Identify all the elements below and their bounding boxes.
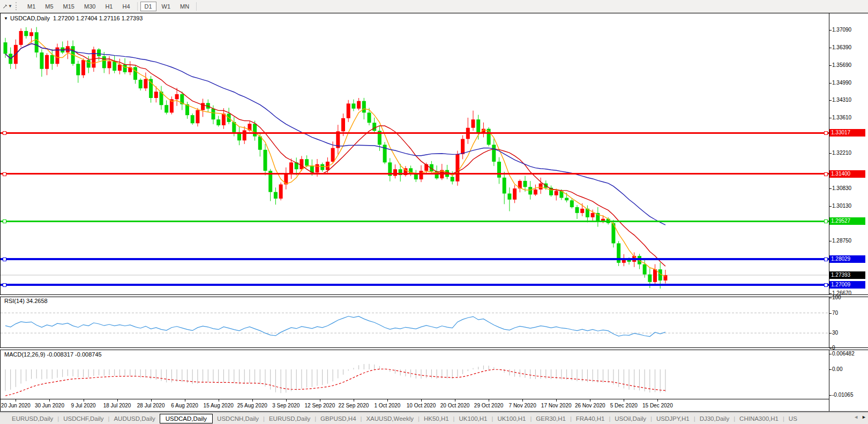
chart-tab-xauusd[interactable]: XAUUSD,Weekly — [362, 414, 418, 423]
rsi-axis-label: 100 — [832, 294, 841, 300]
date-axis-tick — [16, 399, 16, 402]
triangle-down-icon[interactable]: ▼ — [4, 16, 8, 21]
tab-scroll-right-icon[interactable]: ► — [862, 414, 866, 420]
price-level-line[interactable] — [1, 173, 829, 175]
chart-tab-usdcnh[interactable]: USDCNH,Daily — [213, 414, 263, 423]
date-axis-tick — [219, 399, 219, 402]
line-handle[interactable] — [3, 131, 6, 135]
tf-button-m15[interactable]: M15 — [59, 2, 79, 11]
chart-tab-uk100[interactable]: UK100,H1 — [454, 414, 491, 423]
macd-axis-label: 0.00 — [832, 366, 842, 372]
line-handle[interactable] — [824, 283, 828, 287]
chart-symbol: USDCAD,Daily — [10, 15, 50, 21]
price-level-line[interactable] — [1, 284, 829, 286]
price-axis-tick — [829, 118, 832, 118]
tf-button-d1[interactable]: D1 — [140, 2, 156, 11]
chart-tab-hk50[interactable]: HK50,H1 — [420, 414, 453, 423]
line-handle[interactable] — [3, 258, 6, 261]
line-handle[interactable] — [824, 131, 828, 135]
line-handle[interactable] — [3, 219, 6, 223]
tab-scroll-left-icon[interactable]: ◄ — [854, 414, 858, 420]
price-axis-tick — [829, 153, 832, 154]
chart-tab-china300[interactable]: CHINA300,H1 — [735, 414, 783, 423]
date-axis-tick — [421, 399, 422, 402]
tf-button-w1[interactable]: W1 — [158, 2, 175, 11]
rsi-axis-label: 70 — [832, 310, 838, 316]
price-axis-label: 1.37090 — [832, 27, 851, 33]
chart-tab-gbpusd[interactable]: GBPUSD,H4 — [316, 414, 360, 423]
price-chart[interactable] — [0, 0, 868, 424]
chart-tab-audusd[interactable]: AUDUSD,Daily — [109, 414, 159, 423]
date-axis-border — [0, 399, 829, 399]
price-axis-label: 1.30830 — [832, 185, 851, 191]
ohlc-low: 1.27116 — [99, 15, 120, 21]
date-axis-tick — [590, 399, 590, 402]
chart-tab-overflow[interactable]: US — [784, 414, 797, 423]
price-level-badge: 1.27009 — [829, 281, 865, 289]
rsi-axis-label: 30 — [832, 330, 838, 336]
ohlc-open: 1.27200 — [53, 15, 74, 21]
tf-button-m5[interactable]: M5 — [41, 2, 57, 11]
toolbar-grip[interactable] — [16, 2, 18, 10]
price-axis-tick — [829, 188, 832, 189]
price-level-badge: 1.28029 — [829, 255, 865, 263]
line-handle[interactable] — [824, 172, 828, 176]
price-axis-label: 1.30130 — [832, 203, 851, 209]
tab-scroll-arrows: ◄ ► — [854, 414, 866, 420]
chart-tab-usdjpy[interactable]: USDJPY,H1 — [652, 414, 694, 423]
chart-tab-fra40[interactable]: FRA40,H1 — [572, 414, 609, 423]
ohlc-high: 1.27404 — [76, 15, 98, 21]
price-level-line[interactable] — [1, 132, 829, 134]
macd-axis-tick — [829, 369, 832, 370]
axis-separator — [829, 13, 829, 412]
date-axis-tick — [657, 399, 658, 402]
tf-button-h1[interactable]: H1 — [101, 2, 117, 11]
date-axis-tick — [286, 399, 287, 402]
pane-splitter-macd[interactable] — [0, 347, 868, 350]
chart-tab-ger30[interactable]: GER30,H1 — [532, 414, 570, 423]
timeframe-buttons: M1M5M15M30H1H4D1W1MN — [23, 2, 199, 11]
chart-tab-usoil[interactable]: USOil,Daily — [610, 414, 650, 423]
macd-pane — [5, 364, 665, 396]
macd-axis-label: 0.006482 — [832, 351, 855, 357]
pane-splitter-rsi[interactable] — [0, 294, 868, 297]
macd-axis-label: -0.01065 — [832, 392, 853, 398]
price-axis-label: 1.35690 — [832, 62, 851, 68]
rsi-axis-tick — [829, 333, 832, 334]
tf-button-m30[interactable]: M30 — [80, 2, 100, 11]
line-handle[interactable] — [824, 219, 828, 223]
price-axis-tick — [829, 100, 832, 101]
current-price-badge: 1.27393 — [829, 271, 865, 279]
date-axis-tick — [556, 399, 557, 402]
date-axis-tick — [354, 399, 354, 402]
line-handle[interactable] — [3, 172, 6, 176]
chart-tab-usdcad[interactable]: USDCAD,Daily — [160, 414, 213, 423]
line-handle[interactable] — [824, 258, 828, 261]
chart-tab-usdchf[interactable]: USDCHF,Daily — [59, 414, 108, 423]
date-axis-tick — [489, 399, 489, 402]
price-axis-tick — [829, 293, 832, 294]
price-level-badge: 1.33017 — [829, 129, 865, 137]
date-axis-tick — [252, 399, 253, 402]
date-axis-tick — [185, 399, 185, 402]
crosshair-cursor-icon[interactable]: ▼ — [3, 2, 12, 11]
tf-button-mn[interactable]: MN — [176, 2, 193, 11]
rsi-axis-tick — [829, 348, 832, 349]
chart-tab-eurusd[interactable]: EURUSD,Daily — [265, 414, 315, 423]
chart-tab-eurusd[interactable]: EURUSD,Daily — [8, 414, 57, 423]
price-axis-tick — [829, 83, 832, 84]
tf-button-h4[interactable]: H4 — [118, 2, 134, 11]
chart-tab-dj30[interactable]: DJ30,Daily — [695, 414, 734, 423]
price-axis-tick — [829, 30, 832, 31]
price-axis-label: 1.34310 — [832, 97, 851, 103]
rsi-label: RSI(14) 34.2658 — [4, 298, 48, 304]
macd-axis-tick — [829, 395, 832, 396]
line-handle[interactable] — [3, 283, 6, 287]
price-level-line[interactable] — [1, 258, 829, 260]
frame-bottom-border — [0, 411, 868, 412]
price-level-line[interactable] — [1, 221, 829, 222]
chart-tab-uk100[interactable]: UK100,H1 — [493, 414, 530, 423]
tf-button-m1[interactable]: M1 — [23, 2, 40, 11]
price-axis-label: 1.33610 — [832, 115, 851, 120]
date-axis-tick — [624, 399, 624, 402]
